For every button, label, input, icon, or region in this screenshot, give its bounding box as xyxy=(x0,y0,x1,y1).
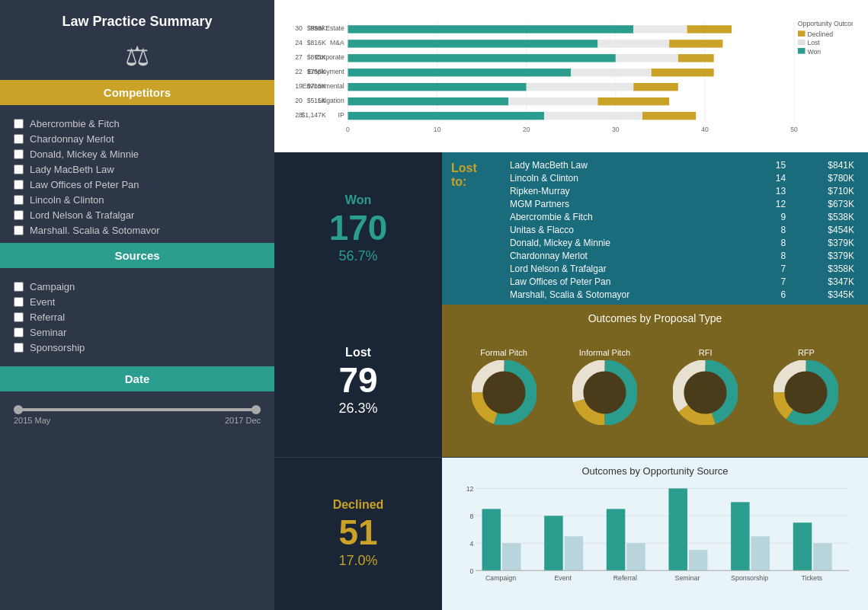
competitor-checkbox[interactable] xyxy=(14,210,24,220)
lost-to-row: Lincoln & Clinton 14 $780K xyxy=(505,171,859,184)
competitor-item[interactable]: Abercrombie & Fitch xyxy=(14,118,261,129)
svg-text:Referral: Referral xyxy=(613,574,637,582)
source-checkbox[interactable] xyxy=(14,312,24,322)
date-end-label: 2017 Dec xyxy=(225,416,261,425)
competitor-checkbox[interactable] xyxy=(14,225,24,235)
lost-to-row: Lady MacBeth Law 15 $841K xyxy=(505,158,859,171)
source-checkbox[interactable] xyxy=(14,297,24,307)
lost-number: 79 xyxy=(338,362,377,398)
third-row: Lost 79 26.3% Outcomes by Proposal Type … xyxy=(274,305,868,457)
source-item[interactable]: Sponsorship xyxy=(14,342,261,353)
source-checkbox[interactable] xyxy=(14,282,24,292)
svg-text:27: 27 xyxy=(295,53,303,61)
lost-to-name: Chardonnay Merlot xyxy=(505,249,754,262)
donut-item: RFI xyxy=(673,348,738,425)
date-slider-right-thumb[interactable] xyxy=(251,405,261,414)
lost-to-row: Lord Nelson & Trafalgar 7 $358K xyxy=(505,262,859,275)
competitor-name: Abercrombie & Fitch xyxy=(30,118,120,129)
donut-item: RFP xyxy=(774,348,838,425)
source-checkbox[interactable] xyxy=(14,327,24,337)
svg-text:Tickets: Tickets xyxy=(801,574,822,582)
svg-text:$958K: $958K xyxy=(307,24,326,32)
source-name: Seminar xyxy=(30,327,66,338)
competitor-checkbox[interactable] xyxy=(14,134,24,144)
competitor-item[interactable]: Law Offices of Peter Pan xyxy=(14,179,261,190)
svg-rect-51 xyxy=(597,97,669,105)
lost-to-count: 12 xyxy=(753,197,790,210)
competitors-list: Abercrombie & FitchChardonnay MerlotDona… xyxy=(0,111,274,243)
donut-row: Formal PitchInformal PitchRFIRFP xyxy=(453,329,857,443)
svg-text:$756K: $756K xyxy=(307,68,326,75)
lost-to-amount: $841K xyxy=(790,158,859,171)
date-slider-left-thumb[interactable] xyxy=(14,405,23,414)
svg-text:12: 12 xyxy=(466,485,474,493)
lost-to-count: 8 xyxy=(753,236,790,249)
lost-to-count: 14 xyxy=(753,171,790,184)
svg-rect-86 xyxy=(502,543,520,570)
competitor-item[interactable]: Donald, Mickey & Minnie xyxy=(14,149,261,160)
declined-number: 51 xyxy=(338,515,377,550)
scales-icon: ⚖ xyxy=(0,36,274,80)
source-name: Campaign xyxy=(30,281,75,292)
lost-to-row: Donald, Mickey & Minnie 8 $379K xyxy=(505,236,859,249)
lost-percent: 26.3% xyxy=(338,401,377,417)
source-item[interactable]: Campaign xyxy=(14,281,261,292)
donut-label: RFI xyxy=(699,348,713,357)
competitor-checkbox[interactable] xyxy=(14,180,24,190)
competitor-checkbox[interactable] xyxy=(14,149,24,159)
lost-to-name: Abercrombie & Fitch xyxy=(505,210,754,223)
won-number: 170 xyxy=(329,210,388,245)
source-checkbox[interactable] xyxy=(14,343,24,353)
svg-text:10: 10 xyxy=(434,126,441,133)
main-content: Opportunity OutcomeDeclinedLostWon010203… xyxy=(274,0,868,610)
competitor-name: Lord Nelson & Trafalgar xyxy=(30,209,134,221)
svg-rect-100 xyxy=(793,522,812,570)
competitor-item[interactable]: Lincoln & Clinton xyxy=(14,194,261,206)
svg-text:0: 0 xyxy=(346,126,350,133)
competitor-item[interactable]: Marshall. Scalia & Sotomavor xyxy=(14,225,261,236)
svg-rect-88 xyxy=(544,516,562,570)
svg-rect-91 xyxy=(607,509,625,570)
lost-to-row: Law Offices of Peter Pan 7 $347K xyxy=(505,275,859,288)
competitor-checkbox[interactable] xyxy=(14,119,24,129)
svg-rect-33 xyxy=(678,54,714,62)
donut-svg xyxy=(673,360,738,425)
source-item[interactable]: Event xyxy=(14,296,261,308)
donut-svg xyxy=(572,360,637,425)
svg-text:Event: Event xyxy=(554,574,572,582)
svg-rect-32 xyxy=(616,54,678,62)
svg-rect-31 xyxy=(348,54,616,62)
svg-text:$515K: $515K xyxy=(307,97,326,104)
date-slider-track[interactable] xyxy=(14,408,261,411)
svg-text:$816K: $816K xyxy=(307,39,326,46)
source-name: Event xyxy=(30,296,55,308)
lost-to-name: Marshall, Scalia & Sotomayor xyxy=(505,288,754,301)
donut-label: RFP xyxy=(798,348,815,357)
svg-text:30: 30 xyxy=(295,24,303,32)
svg-text:50: 50 xyxy=(790,126,798,133)
fourth-row: Declined 51 17.0% Outcomes by Opportunit… xyxy=(274,458,868,610)
svg-text:IP: IP xyxy=(338,111,344,119)
lost-to-count: 7 xyxy=(753,262,790,275)
competitor-name: Lincoln & Clinton xyxy=(30,194,104,206)
source-item[interactable]: Seminar xyxy=(14,327,261,338)
proposal-title: Outcomes by Proposal Type xyxy=(453,312,857,324)
lost-to-count: 8 xyxy=(753,249,790,262)
donut-item: Formal Pitch xyxy=(472,348,536,425)
svg-rect-57 xyxy=(642,112,696,120)
competitor-item[interactable]: Lady MacBeth Law xyxy=(14,164,261,175)
competitor-name: Lady MacBeth Law xyxy=(30,164,114,175)
svg-text:20: 20 xyxy=(295,97,303,104)
source-item[interactable]: Referral xyxy=(14,311,261,323)
svg-text:M&A: M&A xyxy=(330,39,344,46)
svg-text:$1,147K: $1,147K xyxy=(301,111,325,119)
lost-to-amount: $538K xyxy=(790,210,859,223)
svg-rect-50 xyxy=(508,97,597,105)
source-name: Referral xyxy=(30,311,65,323)
svg-text:24: 24 xyxy=(295,39,303,46)
competitor-checkbox[interactable] xyxy=(14,195,24,205)
competitor-item[interactable]: Lord Nelson & Trafalgar xyxy=(14,209,261,221)
competitor-item[interactable]: Chardonnay Merlot xyxy=(14,133,261,145)
competitor-checkbox[interactable] xyxy=(14,164,24,174)
lost-to-name: Ripken-Murray xyxy=(505,184,754,197)
